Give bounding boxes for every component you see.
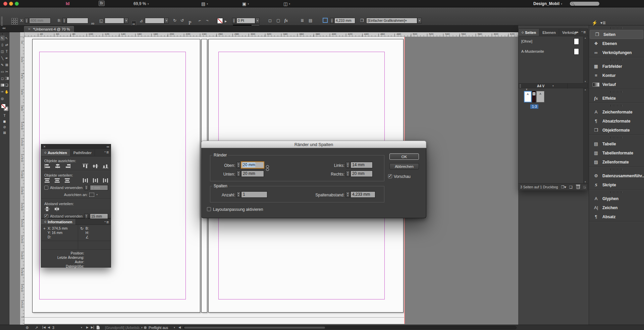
top-margin-stepper[interactable] — [236, 162, 240, 168]
left-margin-field[interactable]: 14 mm — [351, 162, 373, 168]
panel-menu-icon[interactable]: ≣ — [581, 30, 586, 34]
horizontal-ruler[interactable]: 4060801001201401601802002202402602803003… — [24, 32, 518, 37]
dock-grip-icon[interactable] — [610, 169, 623, 170]
dock-item-seiten[interactable]: ❐Seiten — [590, 30, 643, 39]
bridge-button[interactable]: Br — [99, 1, 105, 6]
right-margin-stepper[interactable] — [346, 171, 350, 177]
dock-grip-icon[interactable] — [610, 105, 623, 106]
dock-item-objektformate[interactable]: ❒Objektformate — [589, 126, 644, 135]
tools-panel-grip[interactable] — [2, 33, 7, 35]
left-margin-stepper[interactable] — [346, 162, 350, 168]
panel-menu-icon[interactable]: ≣ — [104, 220, 109, 224]
distribute-right-icon[interactable] — [103, 178, 108, 183]
dock-grip-icon[interactable] — [610, 91, 623, 93]
line-tool[interactable]: ╲ — [0, 56, 5, 61]
note-tool[interactable]: ❏ — [5, 83, 9, 88]
dock-item-effekte[interactable]: fxEffekte — [589, 94, 644, 103]
stroke-color-swatch[interactable] — [217, 18, 223, 23]
scale-x-field[interactable] — [105, 18, 124, 23]
close-tab-icon[interactable]: ✕ — [28, 27, 31, 31]
screen-mode-dropdown[interactable]: ▣▼ — [242, 1, 249, 6]
pen-tool[interactable]: ✒ — [5, 56, 9, 61]
text-wrap-bounding-icon[interactable]: ▤ — [309, 18, 312, 22]
type-tool[interactable]: T — [5, 49, 9, 54]
effects-fx-icon[interactable]: fx — [284, 18, 288, 22]
arrange-documents-dropdown[interactable]: ◫▼ — [283, 1, 290, 6]
dock-item-glyphen[interactable]: AGlyphen — [589, 194, 644, 203]
dock-item-skripte[interactable]: SSkripte — [589, 180, 644, 189]
select-content-icon[interactable]: ¬ — [206, 18, 208, 22]
constrain-proportions-icon[interactable]: ∞ — [91, 21, 94, 26]
dock-item-zeichen[interactable]: A|Zeichen — [589, 203, 644, 212]
eyedropper-tool[interactable]: ✑ — [0, 89, 5, 94]
gutter-field[interactable]: 4,233 mm — [351, 191, 375, 198]
x-field[interactable]: 406 mm — [29, 18, 51, 23]
hand-tool[interactable]: ✋ — [5, 89, 9, 94]
dialog-titlebar[interactable]: Ränder und Spalten — [201, 141, 426, 148]
align-right-icon[interactable] — [65, 164, 70, 168]
scroll-down-icon[interactable]: ▼ — [584, 181, 586, 183]
stroke-weight-field[interactable]: 0 Pt — [236, 18, 255, 23]
distribute-bottom-icon[interactable] — [65, 178, 70, 183]
tab-ebenen[interactable]: Ebenen — [539, 29, 559, 36]
page-thumbnail-2[interactable]: A — [532, 91, 536, 102]
object-style-dropdown[interactable]: ▼ — [417, 18, 422, 23]
dock-grip-icon[interactable] — [610, 27, 623, 29]
distribute-center-v-icon[interactable] — [55, 178, 60, 183]
distribute-top-icon[interactable] — [45, 178, 50, 183]
minimize-window-button[interactable] — [9, 2, 13, 6]
collapse-panel-icon[interactable]: ◀◀ — [106, 145, 109, 148]
next-page-icon[interactable]: ▶ — [86, 326, 89, 329]
bottom-margin-field[interactable]: 20 mm — [241, 171, 264, 177]
page-dropdown-icon[interactable]: ▼ — [80, 327, 83, 329]
drop-shadow-icon[interactable]: ◻ — [268, 18, 272, 22]
last-page-icon[interactable]: ▶ — [91, 326, 94, 329]
text-wrap-none-icon[interactable]: ≣ — [301, 18, 304, 22]
spacing-field-2[interactable]: 15 mm — [90, 214, 108, 219]
page-number-field[interactable]: 3 — [52, 326, 54, 330]
page-thumbnail-3[interactable]: A — [536, 91, 544, 102]
dock-grip-icon[interactable] — [610, 191, 623, 193]
selection-tool[interactable]: ↖ — [0, 36, 5, 41]
select-container-icon[interactable]: ⌐ — [199, 18, 201, 22]
preflight-dropdown-icon[interactable]: ▼ — [173, 327, 175, 329]
dock-item-absatzformate[interactable]: ¶Absatzformate — [589, 116, 644, 126]
tab-seiten[interactable]: ◇Seiten — [519, 29, 539, 36]
align-panel-header[interactable]: ✕ ◀◀ — [41, 144, 111, 149]
controlbar-menu-icon[interactable]: ▾≣ — [600, 21, 606, 25]
pencil-tool[interactable]: ✎ — [0, 62, 5, 67]
scroll-up-icon[interactable]: ▲ — [584, 89, 586, 91]
free-transform-tool[interactable]: ◻ — [0, 76, 5, 81]
dock-item-verkn-pfungen[interactable]: ∞Verknüpfungen — [589, 48, 644, 57]
document-tab[interactable]: ✕ *Unbenannt-4 @ 70 % — [23, 26, 74, 32]
distribute-center-h-icon[interactable] — [93, 178, 98, 183]
profile-dropdown-icon[interactable]: ▼ — [141, 327, 143, 329]
spacing-field-1[interactable]: 0 mm — [90, 185, 108, 190]
tab-informationen[interactable]: ◇Informationen — [41, 219, 76, 225]
zoom-tool[interactable]: ◎ — [0, 96, 5, 101]
align-center-v-icon[interactable] — [93, 164, 98, 168]
quick-apply-icon[interactable]: ⚡ — [592, 21, 597, 25]
gutter-stepper[interactable] — [346, 191, 350, 198]
corner-radius-stepper[interactable] — [330, 18, 334, 23]
rectangle-tool[interactable]: ▭ — [0, 69, 5, 74]
view-mode-icon[interactable]: ⊠ — [3, 131, 6, 135]
swatch-flyout-icon[interactable]: ▶ — [225, 19, 227, 23]
align-center-h-icon[interactable] — [55, 164, 60, 168]
preview-checkbox[interactable] — [388, 174, 392, 178]
content-collector-tool[interactable]: ◫ — [0, 49, 5, 54]
spacing-stepper-2[interactable] — [85, 214, 88, 219]
x-stepper[interactable] — [25, 18, 29, 23]
pages-scrollbar[interactable]: ▲▼ — [583, 88, 587, 183]
zoom-window-button[interactable] — [15, 2, 19, 6]
edit-page-size-icon[interactable]: ❐▾ — [561, 185, 566, 189]
reference-point-proxy[interactable] — [11, 18, 18, 25]
direct-selection-tool[interactable]: ↖ — [5, 36, 9, 41]
scroll-left-icon[interactable]: ◀ — [178, 326, 181, 329]
spacing-stepper-1[interactable] — [85, 185, 88, 190]
scroll-down-icon[interactable]: ▼ — [584, 81, 586, 83]
dock-grip-icon[interactable] — [610, 59, 623, 61]
transparency-icon[interactable]: ▢ — [276, 18, 280, 22]
top-margin-field[interactable]: 20 mm — [241, 161, 264, 169]
rotation-angle-dropdown[interactable]: ▼ — [164, 18, 169, 23]
